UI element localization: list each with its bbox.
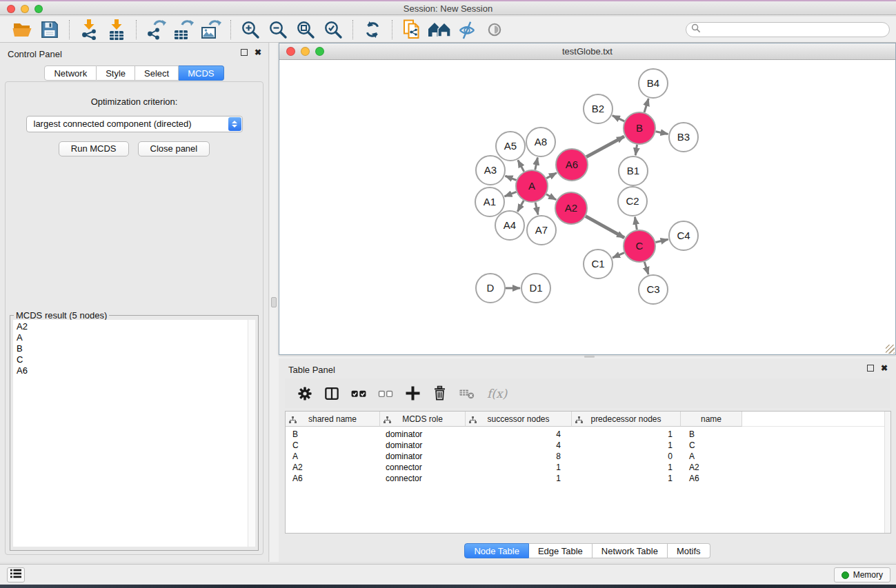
search-field[interactable] xyxy=(686,22,890,37)
window-resize-grip[interactable] xyxy=(886,345,895,354)
table-panel-tabs: Node TableEdge TableNetwork TableMotifs xyxy=(279,543,896,558)
table-row[interactable]: A6connector11A6 xyxy=(286,473,890,484)
open-session-icon[interactable] xyxy=(8,18,36,41)
table-cell: 1 xyxy=(572,440,681,451)
table-row[interactable]: Cdominator41C xyxy=(286,440,890,451)
graph-edge-A-A2[interactable] xyxy=(546,194,556,200)
close-panel-icon[interactable]: ✖ xyxy=(255,49,261,56)
float-panel-icon[interactable] xyxy=(241,49,248,56)
graph-edge-A-A3[interactable] xyxy=(505,176,516,180)
show-panels-button[interactable] xyxy=(7,567,25,582)
hide-graphics-details-icon[interactable] xyxy=(453,18,481,41)
table-row[interactable]: Adominator80A xyxy=(286,451,890,462)
tab-mcds[interactable]: MCDS xyxy=(179,65,223,81)
table-cell: A xyxy=(286,451,380,462)
graph-edge-B-B2[interactable] xyxy=(613,116,624,121)
column-header-mcds-role[interactable]: MCDS role xyxy=(380,412,466,427)
import-table-icon[interactable] xyxy=(103,18,130,41)
splitter-grip[interactable] xyxy=(584,356,595,358)
duplicate-network-icon[interactable] xyxy=(398,18,426,41)
function-builder-icon[interactable]: f(x) xyxy=(487,387,507,401)
zoom-selected-icon[interactable] xyxy=(319,18,347,41)
layout-refresh-icon[interactable] xyxy=(359,18,386,41)
column-header-shared-name[interactable]: shared name xyxy=(286,412,380,427)
column-header-successor-nodes[interactable]: successor nodes xyxy=(466,412,572,427)
tab-motifs[interactable]: Motifs xyxy=(668,543,710,558)
delete-table-icon[interactable] xyxy=(457,385,475,403)
show-graphics-details-icon[interactable] xyxy=(481,18,508,41)
first-neighbors-icon[interactable] xyxy=(426,18,453,41)
save-session-icon[interactable] xyxy=(36,18,63,41)
graph-edge-A6-B[interactable] xyxy=(586,136,624,157)
graph-edge-B-B3[interactable] xyxy=(656,132,668,134)
zoom-fit-icon[interactable] xyxy=(292,18,319,41)
tab-node-table[interactable]: Node Table xyxy=(464,543,529,558)
table-settings-icon[interactable] xyxy=(296,385,314,403)
memory-button[interactable]: Memory xyxy=(834,567,890,582)
search-input[interactable] xyxy=(701,23,889,36)
splitter-grip[interactable] xyxy=(271,297,277,307)
tab-edge-table[interactable]: Edge Table xyxy=(529,543,593,558)
graph-edge-A-A1[interactable] xyxy=(505,192,517,196)
network-view-window: testGlobe.txt B4B2BB3B1A5A8A6A3AA1A2A4A7… xyxy=(279,43,896,355)
table-cell: 8 xyxy=(466,451,572,462)
node-table: shared nameMCDS rolesuccessor nodesprede… xyxy=(285,411,891,534)
delete-row-icon[interactable] xyxy=(430,385,448,403)
graph-edge-A-A7[interactable] xyxy=(535,202,538,214)
vertical-splitter[interactable] xyxy=(270,43,279,562)
graph-node-label-D1: D1 xyxy=(529,282,542,294)
table-cell: connector xyxy=(380,473,466,484)
graph-edge-B-B4[interactable] xyxy=(644,99,648,112)
graph-node-label-A1: A1 xyxy=(484,196,496,207)
graph-edge-B-B1[interactable] xyxy=(635,145,637,155)
network-canvas[interactable]: B4B2BB3B1A5A8A6A3AA1A2A4A7C2C4CC1C3DD1 xyxy=(279,61,895,354)
tab-select[interactable]: Select xyxy=(135,65,179,81)
mcds-result-item-a[interactable]: A xyxy=(17,332,255,343)
graph-edge-A-A6[interactable] xyxy=(546,173,557,179)
graph-edge-C-C3[interactable] xyxy=(644,262,648,274)
export-image-icon[interactable] xyxy=(197,18,225,41)
select-all-rows-icon[interactable] xyxy=(350,385,368,403)
graph-edge-A-A4[interactable] xyxy=(517,201,524,212)
graph-node-label-C: C xyxy=(636,240,644,252)
graph-node-label-C2: C2 xyxy=(626,195,639,207)
graph-edge-C-C1[interactable] xyxy=(613,253,624,258)
graph-edge-C-C2[interactable] xyxy=(635,217,637,230)
mcds-result-item-a2[interactable]: A2 xyxy=(17,321,255,332)
tab-network[interactable]: Network xyxy=(44,65,97,81)
add-row-icon[interactable] xyxy=(404,385,421,403)
mcds-result-item-a6[interactable]: A6 xyxy=(17,365,255,376)
tab-style[interactable]: Style xyxy=(97,65,135,81)
show-column-icon[interactable] xyxy=(323,385,341,403)
float-table-panel-icon[interactable] xyxy=(867,365,874,372)
run-mcds-button[interactable]: Run MCDS xyxy=(59,141,129,156)
import-network-icon[interactable] xyxy=(75,18,103,41)
graph-edge-A-A5[interactable] xyxy=(518,160,524,172)
graph-node-label-C4: C4 xyxy=(677,230,690,241)
criterion-dropdown[interactable]: largest connected component (directed) xyxy=(26,116,243,132)
zoom-out-icon[interactable] xyxy=(264,18,292,41)
export-table-icon[interactable] xyxy=(170,18,197,41)
column-header-name[interactable]: name xyxy=(681,412,742,427)
graph-edge-C-C4[interactable] xyxy=(655,239,668,242)
result-scrollbar[interactable] xyxy=(248,320,255,547)
mcds-result-item-b[interactable]: B xyxy=(17,343,255,354)
column-header-predecessor-nodes[interactable]: predecessor nodes xyxy=(572,412,681,427)
tab-network-table[interactable]: Network Table xyxy=(593,543,668,558)
table-scrollbar[interactable] xyxy=(884,412,890,533)
deselect-all-rows-icon[interactable] xyxy=(377,385,395,403)
network-window-titlebar[interactable]: testGlobe.txt xyxy=(279,43,895,60)
table-cell: B xyxy=(286,429,380,440)
column-header-label: MCDS role xyxy=(402,414,443,424)
export-network-icon[interactable] xyxy=(142,18,170,41)
close-panel-button[interactable]: Close panel xyxy=(138,141,210,156)
graph-edge-A2-C[interactable] xyxy=(586,216,624,238)
table-row[interactable]: A2connector11A2 xyxy=(286,462,890,473)
table-row[interactable]: Bdominator41B xyxy=(286,429,890,440)
graph-node-label-B1: B1 xyxy=(627,165,639,176)
mcds-panel: Optimization criterion: largest connecte… xyxy=(5,81,263,555)
graph-edge-A-A8[interactable] xyxy=(535,158,538,170)
mcds-result-item-c[interactable]: C xyxy=(17,354,255,365)
close-table-panel-icon[interactable]: ✖ xyxy=(881,365,888,372)
zoom-in-icon[interactable] xyxy=(237,18,264,41)
